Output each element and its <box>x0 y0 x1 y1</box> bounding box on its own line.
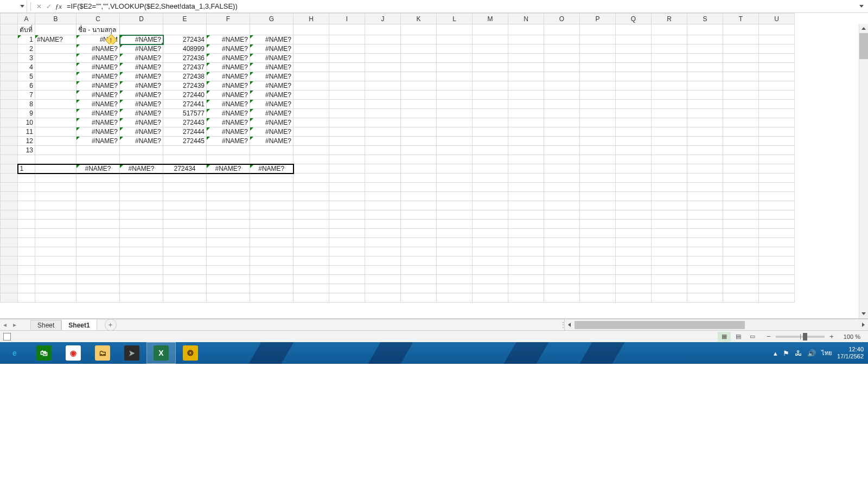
cell-blank[interactable] <box>365 238 401 247</box>
tab-nav-next[interactable]: ▸ <box>10 319 20 330</box>
summary-cell-A[interactable]: 1 <box>18 164 35 174</box>
cell-blank[interactable] <box>35 256 76 266</box>
cell-E11[interactable]: 272444 <box>163 127 207 137</box>
cell-blank[interactable] <box>293 284 329 293</box>
cell-K1[interactable] <box>401 35 437 44</box>
cell-blank[interactable] <box>508 275 544 284</box>
cell-blank[interactable] <box>652 210 687 220</box>
col-header-Q[interactable]: Q <box>616 14 652 24</box>
cell-blank[interactable] <box>329 247 365 256</box>
cell-blank[interactable] <box>207 284 250 293</box>
cell-C7[interactable]: #NAME? <box>76 91 120 100</box>
cell-blank[interactable] <box>437 266 473 275</box>
cell-D3[interactable]: #NAME? <box>120 54 163 63</box>
cell-L-hdr[interactable] <box>437 24 473 35</box>
cell-blank[interactable] <box>18 247 35 256</box>
cell-U3[interactable] <box>759 54 795 63</box>
cell-N11[interactable] <box>508 127 544 137</box>
cell-H1[interactable] <box>293 35 329 44</box>
cell-blank[interactable] <box>207 293 250 303</box>
cell-blank[interactable] <box>329 238 365 247</box>
cell-blank[interactable] <box>293 201 329 210</box>
cell-blank[interactable] <box>580 284 616 293</box>
cell-R12[interactable] <box>652 137 687 146</box>
cell-R3[interactable] <box>652 54 687 63</box>
cell-blank[interactable] <box>687 293 723 303</box>
cell-C-hdr[interactable]: ชื่อ - นามสกุล <box>76 24 120 35</box>
col-header-G[interactable]: G <box>250 14 293 24</box>
cell-blank[interactable] <box>250 266 293 275</box>
cell-S-hdr[interactable] <box>687 24 723 35</box>
cell-C4[interactable]: #NAME? <box>76 63 120 72</box>
cell-blank[interactable] <box>293 174 329 183</box>
cell-blank[interactable] <box>652 220 687 229</box>
col-header-T[interactable]: T <box>723 14 759 24</box>
cell-Q4[interactable] <box>616 63 652 72</box>
cell-blank[interactable] <box>120 155 163 164</box>
cell-B-hdr[interactable] <box>35 24 76 35</box>
cell-blank[interactable] <box>18 238 35 247</box>
cell-N5[interactable] <box>508 72 544 81</box>
cell-P10[interactable] <box>580 118 616 127</box>
cell-E2[interactable]: 408999 <box>163 44 207 54</box>
cell-blank[interactable] <box>508 164 544 174</box>
cell-K13[interactable] <box>401 146 437 155</box>
cell-S9[interactable] <box>687 109 723 118</box>
cell-blank[interactable] <box>508 210 544 220</box>
cell-blank[interactable] <box>329 220 365 229</box>
cell-N12[interactable] <box>508 137 544 146</box>
cell-blank[interactable] <box>437 256 473 266</box>
cell-G4[interactable]: #NAME? <box>250 63 293 72</box>
cell-M1[interactable] <box>473 35 508 44</box>
cell-O1[interactable] <box>544 35 580 44</box>
cell-B6[interactable] <box>35 81 76 91</box>
cell-blank[interactable] <box>652 155 687 164</box>
cell-blank[interactable] <box>473 293 508 303</box>
cell-T2[interactable] <box>723 44 759 54</box>
cell-blank[interactable] <box>580 229 616 238</box>
cell-K6[interactable] <box>401 81 437 91</box>
cell-blank[interactable] <box>18 183 35 192</box>
summary-cell-B[interactable] <box>35 164 76 174</box>
row-header[interactable] <box>1 44 18 54</box>
cell-E3[interactable]: 272436 <box>163 54 207 63</box>
cell-blank[interactable] <box>616 174 652 183</box>
col-header-K[interactable]: K <box>401 14 437 24</box>
cell-blank[interactable] <box>120 256 163 266</box>
cell-T10[interactable] <box>723 118 759 127</box>
cell-L2[interactable] <box>437 44 473 54</box>
cell-blank[interactable] <box>437 174 473 183</box>
cell-F5[interactable]: #NAME? <box>207 72 250 81</box>
col-header-F[interactable]: F <box>207 14 250 24</box>
cell-E4[interactable]: 272437 <box>163 63 207 72</box>
cell-blank[interactable] <box>437 238 473 247</box>
cell-blank[interactable] <box>35 155 76 164</box>
cell-C3[interactable]: #NAME? <box>76 54 120 63</box>
cell-L9[interactable] <box>437 109 473 118</box>
cell-blank[interactable] <box>250 183 293 192</box>
cell-blank[interactable] <box>293 229 329 238</box>
cell-blank[interactable] <box>293 183 329 192</box>
cell-blank[interactable] <box>120 201 163 210</box>
cell-blank[interactable] <box>723 155 759 164</box>
cell-M5[interactable] <box>473 72 508 81</box>
cell-blank[interactable] <box>18 210 35 220</box>
cell-blank[interactable] <box>329 164 365 174</box>
cell-P3[interactable] <box>580 54 616 63</box>
cell-blank[interactable] <box>616 266 652 275</box>
cell-G-hdr[interactable] <box>250 24 293 35</box>
cell-I12[interactable] <box>329 137 365 146</box>
cell-blank[interactable] <box>329 210 365 220</box>
cell-Q2[interactable] <box>616 44 652 54</box>
cell-Q1[interactable] <box>616 35 652 44</box>
row-header[interactable] <box>1 127 18 137</box>
cell-blank[interactable] <box>293 266 329 275</box>
cell-E8[interactable]: 272441 <box>163 100 207 109</box>
cell-blank[interactable] <box>580 220 616 229</box>
cell-B9[interactable] <box>35 109 76 118</box>
cell-blank[interactable] <box>759 284 795 293</box>
cell-blank[interactable] <box>616 220 652 229</box>
cell-blank[interactable] <box>293 256 329 266</box>
cell-blank[interactable] <box>329 256 365 266</box>
row-header[interactable] <box>1 91 18 100</box>
